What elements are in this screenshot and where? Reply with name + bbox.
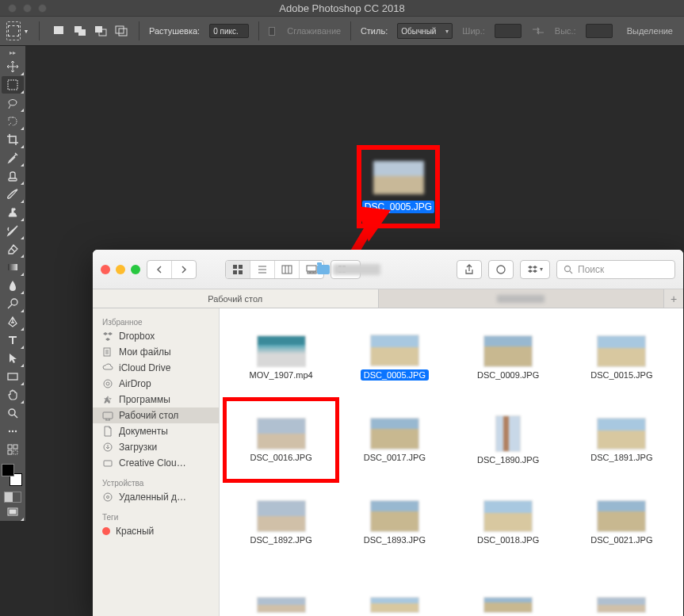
type-tool[interactable] bbox=[2, 331, 24, 349]
history-brush-tool[interactable] bbox=[2, 222, 24, 239]
zoom-tool[interactable] bbox=[2, 404, 24, 422]
file-item[interactable]: DSC_0009.JPG bbox=[453, 318, 564, 397]
svg-rect-26 bbox=[239, 270, 243, 274]
svg-point-51 bbox=[107, 496, 109, 499]
clone-stamp-tool[interactable] bbox=[2, 204, 24, 221]
sidebar-item-icloud[interactable]: iCloud Drive bbox=[93, 360, 219, 376]
foreground-color-swatch[interactable] bbox=[2, 464, 14, 476]
selection-new-icon[interactable] bbox=[52, 24, 67, 38]
finder-close-icon[interactable] bbox=[101, 265, 110, 274]
svg-rect-35 bbox=[311, 272, 313, 274]
path-selection-tool[interactable] bbox=[2, 350, 24, 367]
file-item[interactable]: DSC_1890.JPG bbox=[453, 400, 564, 480]
style-select[interactable]: Обычный bbox=[397, 23, 453, 39]
sidebar-item-myfiles[interactable]: Мои файлы bbox=[93, 344, 219, 360]
tags-button[interactable] bbox=[489, 261, 513, 278]
dodge-tool[interactable] bbox=[2, 295, 24, 312]
edit-toolbar-icon[interactable] bbox=[2, 441, 24, 458]
quick-selection-tool[interactable] bbox=[2, 113, 24, 130]
healing-brush-tool[interactable] bbox=[2, 167, 24, 185]
file-thumbnail bbox=[257, 500, 306, 532]
svg-rect-33 bbox=[307, 266, 316, 271]
move-tool[interactable] bbox=[2, 58, 24, 75]
file-item[interactable] bbox=[453, 565, 564, 616]
current-tool-icon[interactable] bbox=[6, 21, 21, 40]
file-item[interactable] bbox=[567, 565, 677, 616]
file-item[interactable]: DSC_1891.JPG bbox=[567, 400, 677, 480]
pen-tool[interactable] bbox=[2, 313, 24, 331]
nav-buttons bbox=[147, 260, 197, 279]
eyedropper-tool[interactable] bbox=[2, 149, 24, 166]
file-item[interactable]: DSC_0005.JPG bbox=[339, 318, 449, 397]
more-tools-icon[interactable] bbox=[2, 423, 24, 440]
sidebar-item-documents[interactable]: Документы bbox=[93, 423, 219, 439]
file-item[interactable] bbox=[226, 565, 336, 616]
list-view-button[interactable] bbox=[250, 261, 275, 278]
file-item[interactable] bbox=[339, 565, 449, 616]
eraser-tool[interactable] bbox=[2, 240, 24, 258]
file-thumbnail bbox=[597, 335, 646, 367]
selection-intersect-icon[interactable] bbox=[113, 24, 129, 38]
select-and-mask-button[interactable]: Выделение bbox=[622, 25, 678, 37]
svg-rect-2 bbox=[78, 29, 86, 36]
file-item[interactable]: DSC_0016.JPG bbox=[226, 400, 336, 480]
screen-mode-icon[interactable] bbox=[2, 503, 24, 521]
sidebar-item-desktop[interactable]: Рабочий стол bbox=[93, 407, 219, 423]
divider bbox=[39, 21, 40, 40]
close-window-icon[interactable] bbox=[8, 4, 17, 13]
dropbox-button[interactable]: ▾ bbox=[521, 261, 549, 278]
gradient-tool[interactable] bbox=[2, 258, 24, 276]
brush-tool[interactable] bbox=[2, 186, 24, 203]
sidebar-item-remote-disc[interactable]: Удаленный д… bbox=[93, 489, 219, 505]
file-item[interactable]: DSC_1892.JPG bbox=[226, 483, 336, 562]
hand-tool[interactable] bbox=[2, 386, 24, 404]
svg-rect-7 bbox=[8, 80, 17, 90]
antialias-checkbox bbox=[269, 27, 275, 36]
sidebar-item-dropbox[interactable]: Dropbox bbox=[93, 328, 219, 344]
rectangle-tool[interactable] bbox=[2, 368, 24, 385]
sidebar-item-applications[interactable]: AПрограммы bbox=[93, 392, 219, 407]
selection-add-icon[interactable] bbox=[72, 24, 88, 38]
color-swatches[interactable] bbox=[2, 464, 24, 486]
file-item[interactable]: DSC_0021.JPG bbox=[567, 483, 677, 562]
collapse-tools-icon[interactable]: ▸▸ bbox=[1, 49, 25, 57]
finder-sidebar: Избранное Dropbox Мои файлы iCloud Drive… bbox=[93, 308, 220, 616]
maximize-window-icon[interactable] bbox=[38, 4, 47, 13]
crop-tool[interactable] bbox=[2, 131, 24, 148]
file-item[interactable]: DSC_1893.JPG bbox=[339, 483, 449, 562]
file-item[interactable]: MOV_1907.mp4 bbox=[226, 318, 336, 397]
icon-view-button[interactable] bbox=[226, 261, 250, 278]
finder-minimize-icon[interactable] bbox=[116, 265, 125, 274]
finder-maximize-icon[interactable] bbox=[131, 265, 140, 274]
sidebar-item-airdrop[interactable]: AirDrop bbox=[93, 376, 219, 392]
column-view-button[interactable] bbox=[275, 261, 300, 278]
quick-mask-toggle[interactable] bbox=[4, 492, 21, 503]
finder-window: ▾ ▾ Поиск Рабочий стол + Избранное Drop bbox=[93, 250, 683, 616]
file-item[interactable]: DSC_0017.JPG bbox=[339, 400, 449, 480]
selection-subtract-icon[interactable] bbox=[93, 24, 109, 38]
sidebar-item-downloads[interactable]: Загрузки bbox=[93, 439, 219, 455]
tab-desktop[interactable]: Рабочий стол bbox=[93, 289, 379, 308]
file-thumbnail bbox=[597, 418, 646, 450]
file-item[interactable]: DSC_0018.JPG bbox=[453, 483, 564, 562]
tool-preset-arrow-icon[interactable]: ▼ bbox=[24, 29, 29, 34]
svg-point-10 bbox=[11, 299, 17, 305]
lasso-tool[interactable] bbox=[2, 94, 24, 112]
share-button[interactable] bbox=[457, 261, 481, 278]
svg-rect-18 bbox=[8, 450, 12, 454]
dragged-file-highlight: DSC_0005.JPG bbox=[357, 145, 440, 228]
minimize-window-icon[interactable] bbox=[23, 4, 32, 13]
tab-other[interactable] bbox=[379, 289, 665, 308]
sidebar-item-creative-cloud[interactable]: Creative Clou… bbox=[93, 455, 219, 471]
feather-input[interactable] bbox=[209, 24, 249, 38]
back-button[interactable] bbox=[147, 261, 172, 278]
new-tab-button[interactable]: + bbox=[664, 289, 683, 308]
file-thumbnail bbox=[257, 418, 306, 450]
marquee-tool[interactable] bbox=[2, 76, 24, 94]
forward-button[interactable] bbox=[172, 261, 196, 278]
file-item[interactable]: DSC_0015.JPG bbox=[567, 318, 677, 397]
search-input[interactable]: Поиск bbox=[556, 260, 675, 279]
photoshop-titlebar: Adobe Photoshop CC 2018 bbox=[0, 0, 684, 16]
blur-tool[interactable] bbox=[2, 277, 24, 294]
sidebar-tag-red[interactable]: Красный bbox=[93, 523, 219, 539]
